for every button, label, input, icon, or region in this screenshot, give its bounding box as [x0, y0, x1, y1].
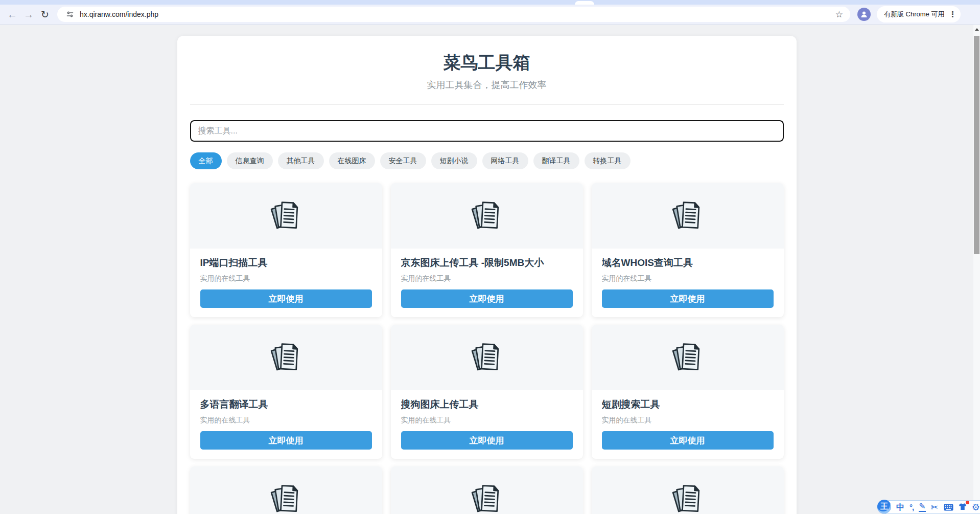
ime-handwriting-icon[interactable]: ✎: [919, 502, 925, 512]
tool-card: 多语言翻译工具 实用的在线工具 立即使用: [190, 325, 382, 459]
tool-card-image-area: [190, 325, 382, 390]
category-tag[interactable]: 网络工具: [482, 152, 528, 169]
tool-card-title: 域名WHOIS查询工具: [602, 257, 774, 269]
category-tag[interactable]: 在线图床: [329, 152, 375, 169]
tab-strip: [0, 0, 980, 5]
use-now-button[interactable]: 立即使用: [200, 431, 372, 450]
tool-card-image-area: [391, 325, 583, 390]
tool-card-title: 短剧搜索工具: [602, 398, 774, 411]
settings-gear-icon[interactable]: ⚙: [972, 503, 980, 512]
tool-card-image-area: [592, 466, 784, 514]
tool-card: [391, 466, 583, 514]
ime-toolbar: 王 中 °, ✎ ✂ ⚙: [877, 500, 980, 514]
tool-card-title: 搜狗图床上传工具: [401, 398, 573, 411]
tool-card-description: 实用的在线工具: [401, 415, 573, 425]
scissors-icon[interactable]: ✂: [931, 503, 939, 512]
menu-dots-icon[interactable]: ⋮: [948, 10, 956, 19]
use-now-button[interactable]: 立即使用: [602, 289, 774, 308]
content-container: 菜鸟工具箱 实用工具集合，提高工作效率 全部信息查询其他工具在线图床安全工具短剧…: [177, 36, 797, 514]
tool-card-description: 实用的在线工具: [602, 273, 774, 283]
tool-card: 短剧搜索工具 实用的在线工具 立即使用: [592, 325, 784, 459]
category-tag[interactable]: 全部: [190, 152, 222, 169]
scrollbar-up-button[interactable]: [973, 26, 980, 32]
tune-icon: [66, 10, 74, 18]
category-tag[interactable]: 其他工具: [278, 152, 324, 169]
tool-card-title: 京东图床上传工具 -限制5MB大小: [401, 257, 573, 269]
doc-stack-icon: [470, 340, 504, 375]
up-arrow-icon: [975, 28, 979, 31]
tool-card-image-area: [592, 325, 784, 390]
use-now-button[interactable]: 立即使用: [401, 431, 573, 450]
ime-language-indicator[interactable]: 中: [896, 503, 904, 511]
url-text[interactable]: hx.qiranw.com/index.php: [80, 10, 834, 18]
category-tag[interactable]: 安全工具: [380, 152, 426, 169]
search-input[interactable]: [190, 120, 784, 142]
doc-stack-icon: [470, 198, 504, 233]
reload-button[interactable]: ↻: [37, 6, 53, 23]
tool-card-image-area: [190, 466, 382, 514]
site-info-button[interactable]: [63, 8, 77, 21]
chrome-update-button[interactable]: 有新版 Chrome 可用 ⋮: [877, 6, 961, 23]
back-button[interactable]: ←: [4, 6, 20, 23]
tool-card-title: 多语言翻译工具: [200, 398, 372, 411]
doc-stack-icon: [671, 482, 705, 514]
forward-icon: →: [24, 9, 34, 20]
tool-card-body: 多语言翻译工具 实用的在线工具 立即使用: [190, 390, 382, 459]
category-tag[interactable]: 短剧小说: [431, 152, 477, 169]
tool-card-image-area: [391, 183, 583, 249]
tool-card-body: 短剧搜索工具 实用的在线工具 立即使用: [592, 390, 784, 459]
address-bar[interactable]: hx.qiranw.com/index.php ☆: [57, 7, 850, 22]
category-tag[interactable]: 信息查询: [227, 152, 273, 169]
tool-card-image-area: [391, 466, 583, 514]
back-icon: ←: [7, 9, 17, 20]
tool-card-grid: IP端口扫描工具 实用的在线工具 立即使用: [190, 183, 784, 514]
tool-card-description: 实用的在线工具: [602, 415, 774, 425]
ime-punctuation-icon[interactable]: °,: [909, 503, 914, 511]
doc-stack-icon: [470, 482, 504, 514]
doc-stack-icon: [671, 340, 705, 375]
tool-card: [190, 466, 382, 514]
page-title: 菜鸟工具箱: [190, 36, 784, 73]
profile-avatar[interactable]: [857, 8, 871, 21]
tool-card-body: 京东图床上传工具 -限制5MB大小 实用的在线工具 立即使用: [391, 249, 583, 317]
use-now-button[interactable]: 立即使用: [200, 289, 372, 308]
tool-card: 搜狗图床上传工具 实用的在线工具 立即使用: [391, 325, 583, 459]
tool-card-description: 实用的在线工具: [200, 273, 372, 283]
keyboard-icon[interactable]: [944, 504, 953, 511]
active-tab-sliver[interactable]: [575, 1, 594, 5]
use-now-button[interactable]: 立即使用: [602, 431, 774, 450]
header-divider: [190, 104, 784, 105]
notification-dot: [966, 501, 969, 504]
scrollbar-thumb[interactable]: [974, 36, 979, 254]
tool-card-body: 搜狗图床上传工具 实用的在线工具 立即使用: [391, 390, 583, 459]
tshirt-icon: [959, 503, 967, 510]
forward-button[interactable]: →: [20, 6, 37, 23]
tool-card-body: 域名WHOIS查询工具 实用的在线工具 立即使用: [592, 249, 784, 317]
tool-card: 京东图床上传工具 -限制5MB大小 实用的在线工具 立即使用: [391, 183, 583, 317]
ime-logo-icon[interactable]: 王: [877, 500, 891, 513]
page-viewport: 菜鸟工具箱 实用工具集合，提高工作效率 全部信息查询其他工具在线图床安全工具短剧…: [0, 25, 973, 514]
reload-icon: ↻: [41, 9, 49, 20]
chrome-update-label: 有新版 Chrome 可用: [884, 10, 944, 19]
category-tag[interactable]: 转换工具: [585, 152, 631, 169]
tool-card: IP端口扫描工具 实用的在线工具 立即使用: [190, 183, 382, 317]
doc-stack-icon: [269, 340, 303, 375]
tool-card-description: 实用的在线工具: [200, 415, 372, 425]
ime-skin-icon[interactable]: [959, 503, 967, 512]
doc-stack-icon: [269, 198, 303, 233]
tool-card-image-area: [190, 183, 382, 249]
use-now-button[interactable]: 立即使用: [401, 289, 573, 308]
scrollbar[interactable]: [973, 25, 980, 514]
tool-card-description: 实用的在线工具: [401, 273, 573, 283]
tool-card-image-area: [592, 183, 784, 249]
tool-card: [592, 466, 784, 514]
tool-card: 域名WHOIS查询工具 实用的在线工具 立即使用: [592, 183, 784, 317]
person-icon: [860, 10, 868, 18]
category-tag[interactable]: 翻译工具: [533, 152, 579, 169]
tool-card-title: IP端口扫描工具: [200, 257, 372, 269]
doc-stack-icon: [269, 482, 303, 514]
category-filter-bar: 全部信息查询其他工具在线图床安全工具短剧小说网络工具翻译工具转换工具: [190, 152, 784, 169]
browser-toolbar: ← → ↻ hx.qiranw.com/index.php ☆ 有新版 Chro…: [0, 5, 980, 25]
bookmark-star-icon[interactable]: ☆: [834, 9, 844, 20]
tool-card-body: IP端口扫描工具 实用的在线工具 立即使用: [190, 249, 382, 317]
